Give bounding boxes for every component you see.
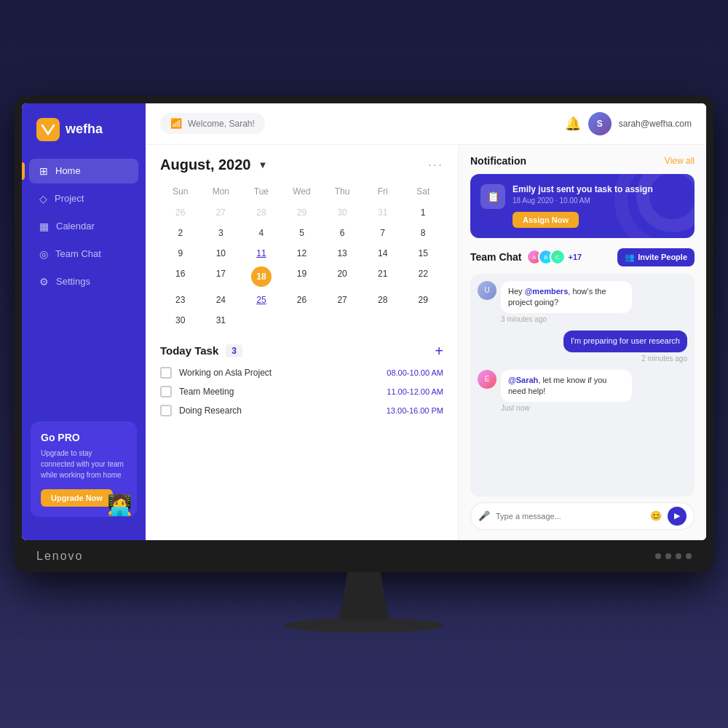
wifi-icon: 📶 [170, 118, 182, 129]
sidebar-item-project[interactable]: ◇ Project [29, 186, 138, 211]
calendar-cell[interactable]: 21 [363, 265, 403, 288]
calendar-cell-today[interactable]: 18 [241, 265, 282, 288]
chat-header: Team Chat A B C +17 👥 I [470, 248, 695, 266]
pro-card-illustration: 🧑‍💻 [107, 493, 132, 517]
monitor-btn[interactable] [676, 553, 681, 559]
sidebar-item-calendar[interactable]: ▦ Calendar [29, 214, 138, 239]
calendar-cell[interactable]: 7 [363, 224, 403, 242]
day-label-tue: Tue [241, 183, 282, 199]
invite-icon: 👥 [625, 253, 635, 262]
chat-input-bar: 🎤 😊 ▶ [470, 502, 695, 530]
calendar-more-button[interactable]: ··· [428, 157, 443, 173]
calendar-cell[interactable]: 14 [363, 245, 403, 262]
calendar-cell[interactable]: 26 [282, 291, 323, 309]
monitor-stand [284, 572, 444, 633]
notification-header: Notification View all [470, 155, 695, 167]
invite-people-button[interactable]: 👥 Invite People [617, 248, 695, 266]
message-time: 3 minutes ago [501, 315, 632, 323]
monitor-btn[interactable] [665, 553, 671, 559]
avatar-initials: S [597, 119, 603, 129]
calendar-cell[interactable]: 29 [282, 204, 323, 221]
calendar-cell[interactable]: 2 [160, 224, 201, 242]
calendar-cell[interactable]: 5 [282, 224, 323, 242]
bell-icon[interactable]: 🔔 [565, 116, 581, 132]
monitor-btn[interactable] [655, 553, 661, 559]
calendar-cell[interactable]: 30 [160, 312, 201, 329]
calendar-cell[interactable]: 9 [160, 245, 201, 262]
calendar-cell[interactable]: 16 [160, 265, 201, 288]
view-all-link[interactable]: View all [665, 156, 695, 166]
day-label-wed: Wed [282, 183, 323, 199]
message-bubble-sent: I'm preparing for user research [563, 331, 687, 352]
message-time: Just now [501, 404, 632, 412]
day-label-mon: Mon [201, 183, 242, 199]
sidebar-item-home[interactable]: ⊞ Home [29, 159, 138, 183]
calendar-cell[interactable]: 17 [201, 265, 242, 288]
calendar-cell[interactable]: 27 [201, 204, 242, 221]
calendar-cell[interactable]: 27 [322, 291, 363, 309]
sidebar-item-teamchat[interactable]: ◎ Team Chat [29, 242, 138, 266]
chat-input[interactable] [496, 512, 644, 521]
calendar-cell[interactable]: 15 [403, 245, 443, 262]
task-checkbox[interactable] [160, 367, 172, 379]
monitor-bezel-bottom: Lenovo [22, 540, 706, 572]
microphone-icon[interactable]: 🎤 [478, 510, 490, 521]
calendar-cell[interactable]: 31 [201, 312, 242, 329]
calendar-cell[interactable]: 12 [282, 245, 323, 262]
calendar-cell[interactable]: 24 [201, 291, 242, 309]
chat-message: U Hey @members, how's the project going?… [478, 281, 687, 324]
stand-base [284, 618, 444, 633]
calendar-cell[interactable]: 26 [160, 204, 201, 221]
calendar-cell[interactable]: 20 [322, 265, 363, 288]
teamchat-label: Team Chat [55, 248, 101, 259]
task-checkbox[interactable] [160, 386, 172, 397]
task-item: Doing Research 13.00-16.00 PM [160, 405, 443, 416]
task-checkbox[interactable] [160, 405, 172, 416]
calendar-cell[interactable]: 11 [241, 245, 282, 262]
calendar-cell[interactable]: 28 [241, 204, 282, 221]
send-button[interactable]: ▶ [668, 507, 687, 526]
calendar-cell[interactable]: 6 [322, 224, 363, 242]
calendar-cell[interactable]: 19 [282, 265, 323, 288]
task-name: Doing Research [179, 405, 379, 416]
calendar-cell[interactable]: 10 [201, 245, 242, 262]
sidebar-item-settings[interactable]: ⚙ Settings [29, 269, 138, 294]
calendar-cell[interactable]: 28 [363, 291, 403, 309]
calendar-icon: ▦ [39, 221, 49, 232]
calendar-cell[interactable]: 4 [241, 224, 282, 242]
calendar-cell[interactable]: 3 [201, 224, 242, 242]
calendar-tasks-panel: August, 2020 ▼ ··· Sun Mon Tue Wed Th [146, 145, 459, 540]
chat-messages: U Hey @members, how's the project going?… [470, 274, 695, 496]
emoji-icon[interactable]: 😊 [650, 510, 662, 521]
assign-now-button[interactable]: Assign Now [513, 212, 579, 228]
chat-member-count: +17 [569, 253, 582, 261]
monitor-btn[interactable] [686, 553, 692, 559]
message-bubble: Hey @members, how's the project going? [501, 281, 632, 314]
calendar-cell[interactable]: 13 [322, 245, 363, 262]
notification-section: Notification View all 📋 Emily just sent … [470, 155, 695, 238]
add-task-button[interactable]: + [435, 344, 443, 358]
settings-icon: ⚙ [39, 276, 49, 288]
calendar-cell[interactable]: 22 [403, 265, 443, 288]
calendar-cell[interactable]: 8 [403, 224, 443, 242]
task-list: Working on Asla Project 08.00-10.00 AM T… [160, 367, 443, 416]
tasks-header: Today Task 3 + [160, 344, 443, 358]
calendar-cell[interactable]: 30 [322, 204, 363, 221]
calendar-label: Calendar [56, 221, 95, 232]
message-time: 2 minutes ago [641, 355, 687, 363]
task-time: 11.00-12.00 AM [387, 387, 443, 396]
upgrade-now-button[interactable]: Upgrade Now [41, 489, 113, 507]
calendar-week-4: 16 17 18 19 20 21 22 [160, 265, 443, 288]
notification-title: Notification [470, 155, 526, 167]
task-name: Team Meeting [179, 387, 379, 397]
calendar-week-2: 2 3 4 5 6 7 8 [160, 224, 443, 242]
calendar-cell[interactable]: 1 [403, 204, 443, 221]
calendar-cell[interactable]: 29 [403, 291, 443, 309]
calendar-cell[interactable]: 25 [241, 291, 282, 309]
calendar-cell[interactable]: 31 [363, 204, 403, 221]
monitor-buttons [655, 553, 692, 559]
home-label: Home [55, 165, 81, 176]
invite-button-label: Invite People [638, 253, 687, 261]
month-dropdown-arrow[interactable]: ▼ [258, 159, 267, 170]
calendar-cell[interactable]: 23 [160, 291, 201, 309]
